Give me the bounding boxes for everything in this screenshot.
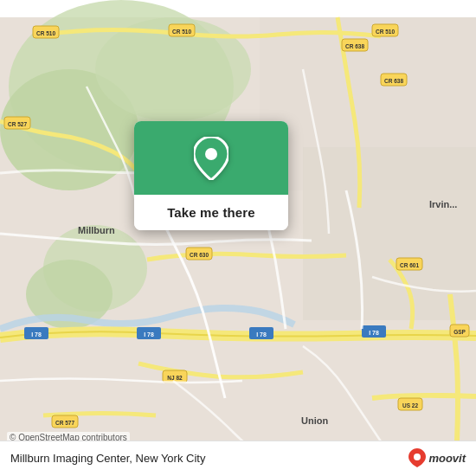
map-container: I 78 I 78 I 78 I 78 CR 510 CR 510 CR 510… [0, 0, 476, 476]
svg-text:CR 638: CR 638 [345, 43, 364, 49]
svg-text:Union: Union [301, 415, 328, 426]
popup-card: Take me there [134, 121, 288, 230]
svg-text:CR 527: CR 527 [8, 121, 27, 127]
svg-text:CR 601: CR 601 [400, 262, 419, 268]
svg-text:CR 510: CR 510 [36, 30, 55, 36]
svg-point-44 [414, 453, 421, 460]
svg-point-43 [205, 148, 217, 160]
popup-card-header [134, 121, 288, 195]
svg-text:Irvin...: Irvin... [429, 199, 457, 209]
svg-text:CR 630: CR 630 [190, 252, 209, 258]
svg-text:I 78: I 78 [369, 330, 379, 336]
map-background: I 78 I 78 I 78 I 78 CR 510 CR 510 CR 510… [0, 0, 476, 476]
svg-text:CR 510: CR 510 [376, 29, 395, 35]
moovit-logo: moovit [408, 448, 466, 467]
location-pin-icon [194, 137, 228, 180]
popup-card-body: Take me there [134, 195, 288, 230]
svg-text:NJ 82: NJ 82 [167, 375, 183, 381]
take-me-there-button[interactable]: Take me there [167, 203, 255, 222]
svg-text:Millburn: Millburn [78, 225, 115, 235]
bottom-bar: Millburn Imaging Center, New York City m… [0, 441, 476, 476]
svg-text:CR 577: CR 577 [55, 420, 74, 426]
svg-text:CR 638: CR 638 [384, 78, 403, 84]
svg-text:I 78: I 78 [256, 331, 267, 338]
svg-text:GSP: GSP [453, 329, 466, 335]
svg-text:I 78: I 78 [31, 331, 42, 338]
moovit-pin-icon [408, 448, 426, 467]
svg-text:I 78: I 78 [144, 331, 154, 338]
location-title: Millburn Imaging Center, New York City [10, 452, 205, 465]
moovit-text: moovit [428, 452, 466, 465]
svg-text:US 22: US 22 [402, 402, 418, 408]
svg-text:CR 510: CR 510 [172, 29, 191, 35]
